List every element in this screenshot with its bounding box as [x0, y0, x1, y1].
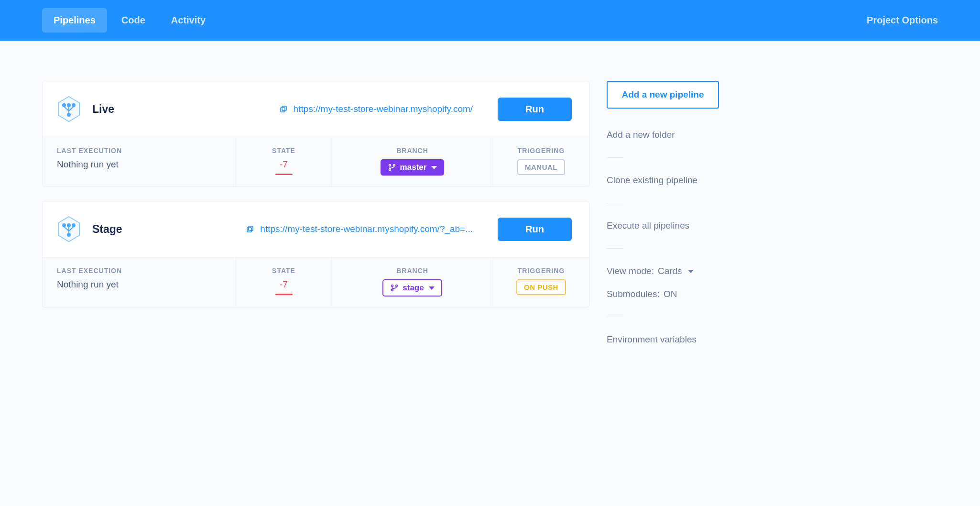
- external-link-icon: [246, 225, 254, 233]
- state-indicator: [275, 294, 293, 295]
- triggering-badge: ON PUSH: [516, 279, 566, 295]
- svg-point-8: [389, 169, 391, 171]
- svg-rect-16: [249, 226, 253, 231]
- run-button[interactable]: Run: [498, 98, 572, 121]
- run-button[interactable]: Run: [498, 218, 572, 241]
- branch-cell: BRANCH stage: [332, 257, 493, 307]
- state-value: -7: [280, 159, 288, 170]
- svg-point-14: [67, 233, 70, 236]
- svg-point-9: [393, 165, 395, 166]
- state-indicator: [275, 174, 293, 175]
- pipeline-url[interactable]: https://my-test-store-webinar.myshopify.…: [294, 104, 473, 114]
- tab-activity[interactable]: Activity: [160, 8, 217, 33]
- svg-point-11: [63, 224, 65, 227]
- state-cell: STATE -7: [236, 257, 332, 307]
- branch-name: stage: [403, 283, 424, 293]
- last-execution-cell: LAST EXECUTION Nothing run yet: [43, 257, 236, 307]
- triggering-label: TRIGGERING: [518, 267, 565, 275]
- pipeline-details: LAST EXECUTION Nothing run yet STATE -7 …: [43, 257, 589, 307]
- chevron-down-icon: [431, 166, 437, 169]
- svg-point-4: [67, 113, 70, 116]
- sidebar-separator: [607, 317, 624, 317]
- chevron-down-icon: [688, 270, 694, 273]
- svg-point-1: [63, 104, 65, 107]
- project-options-link[interactable]: Project Options: [867, 15, 938, 26]
- pipeline-icon: [57, 96, 81, 122]
- pipeline-name[interactable]: Live: [92, 103, 178, 116]
- svg-rect-5: [281, 108, 285, 112]
- tab-pipelines[interactable]: Pipelines: [42, 8, 107, 33]
- state-value: -7: [280, 279, 288, 290]
- svg-point-12: [67, 224, 70, 227]
- branch-icon: [388, 163, 396, 172]
- add-pipeline-button[interactable]: Add a new pipeline: [607, 81, 719, 109]
- sidebar-separator: [607, 157, 624, 158]
- pipeline-url-wrap: https://my-test-store-webinar.myshopify.…: [190, 224, 486, 234]
- branch-label: BRANCH: [396, 267, 428, 275]
- nav-tabs: Pipelines Code Activity: [42, 8, 217, 33]
- view-mode-toggle[interactable]: View mode: Cards: [607, 263, 719, 279]
- svg-rect-15: [247, 228, 251, 232]
- sidebar-separator: [607, 248, 624, 249]
- svg-rect-6: [282, 106, 286, 110]
- pipeline-card: Live https://my-test-store-webinar.mysho…: [42, 81, 589, 187]
- pipeline-url-wrap: https://my-test-store-webinar.myshopify.…: [190, 104, 486, 114]
- pipeline-details: LAST EXECUTION Nothing run yet STATE -7 …: [43, 137, 589, 186]
- pipeline-url[interactable]: https://my-test-store-webinar.myshopify.…: [260, 224, 473, 234]
- pipeline-header: Live https://my-test-store-webinar.mysho…: [43, 81, 589, 137]
- view-mode-value: Cards: [658, 266, 682, 276]
- clone-pipeline-link[interactable]: Clone existing pipeline: [607, 172, 719, 188]
- pipeline-icon: [57, 216, 81, 242]
- submodules-label: Submodules:: [607, 289, 660, 299]
- svg-point-2: [67, 104, 70, 107]
- state-label: STATE: [272, 147, 295, 154]
- last-execution-cell: LAST EXECUTION Nothing run yet: [43, 137, 236, 186]
- pipeline-header: Stage https://my-test-store-webinar.mysh…: [43, 201, 589, 257]
- state-label: STATE: [272, 267, 295, 275]
- branch-selector[interactable]: master: [381, 159, 445, 176]
- svg-point-18: [392, 289, 393, 291]
- top-nav: Pipelines Code Activity Project Options: [0, 0, 980, 41]
- svg-point-17: [392, 285, 393, 287]
- env-variables-link[interactable]: Environment variables: [607, 331, 719, 348]
- svg-point-19: [396, 285, 398, 287]
- pipeline-card: Stage https://my-test-store-webinar.mysh…: [42, 201, 589, 308]
- pipeline-name[interactable]: Stage: [92, 223, 178, 236]
- branch-label: BRANCH: [396, 147, 428, 154]
- tab-code[interactable]: Code: [110, 8, 157, 33]
- chevron-down-icon: [429, 286, 435, 290]
- execute-all-link[interactable]: Execute all pipelines: [607, 218, 719, 234]
- triggering-badge: MANUAL: [517, 159, 565, 175]
- triggering-cell: TRIGGERING MANUAL: [493, 137, 589, 186]
- triggering-cell: TRIGGERING ON PUSH: [493, 257, 589, 307]
- branch-icon: [390, 284, 399, 292]
- svg-point-13: [72, 224, 75, 227]
- submodules-toggle[interactable]: Submodules: ON: [607, 286, 719, 302]
- last-execution-label: LAST EXECUTION: [57, 267, 221, 275]
- branch-cell: BRANCH master: [332, 137, 493, 186]
- pipelines-list: Live https://my-test-store-webinar.mysho…: [42, 81, 589, 322]
- add-folder-link[interactable]: Add a new folder: [607, 127, 719, 143]
- sidebar: Add a new pipeline Add a new folder Clon…: [607, 81, 719, 348]
- triggering-label: TRIGGERING: [518, 147, 565, 154]
- last-execution-value: Nothing run yet: [57, 279, 221, 290]
- last-execution-value: Nothing run yet: [57, 159, 221, 170]
- external-link-icon: [279, 105, 288, 113]
- svg-point-7: [389, 165, 391, 166]
- submodules-value: ON: [664, 289, 677, 299]
- svg-point-3: [72, 104, 75, 107]
- branch-name: master: [400, 163, 427, 172]
- view-mode-label: View mode:: [607, 266, 654, 276]
- branch-selector[interactable]: stage: [382, 279, 442, 297]
- sidebar-separator: [607, 203, 624, 203]
- last-execution-label: LAST EXECUTION: [57, 147, 221, 154]
- state-cell: STATE -7: [236, 137, 332, 186]
